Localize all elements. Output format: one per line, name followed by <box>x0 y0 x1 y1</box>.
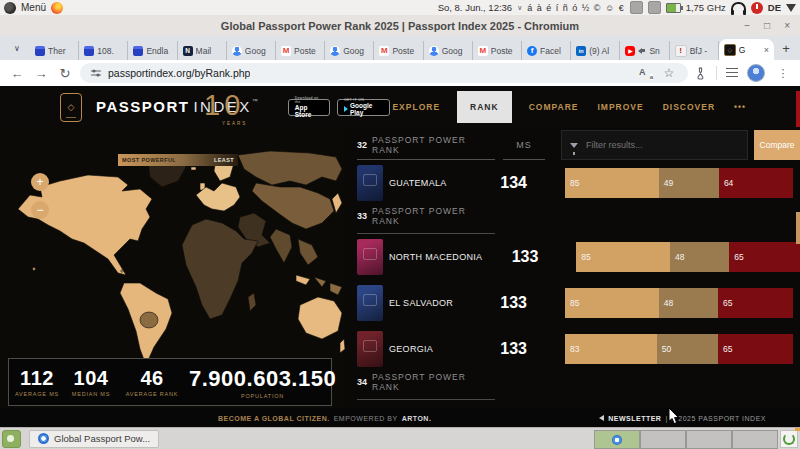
map-indonesia-east[interactable] <box>314 277 326 287</box>
map-zoom-out-button[interactable]: − <box>31 201 49 219</box>
browser-tab[interactable]: in (9) Al <box>571 41 620 60</box>
close-button[interactable]: × <box>784 20 790 31</box>
country-name[interactable]: GEORGIA <box>389 344 471 354</box>
workspace-1[interactable] <box>594 430 640 449</box>
map-indonesia[interactable] <box>296 275 310 285</box>
footer-cta[interactable]: BECOME A GLOBAL CITIZEN. <box>218 415 330 422</box>
power-icon[interactable] <box>751 2 763 14</box>
workspace-2[interactable] <box>640 430 686 449</box>
url-text[interactable]: passportindex.org/byRank.php <box>108 67 250 79</box>
network-icon[interactable] <box>786 4 796 12</box>
back-icon[interactable]: ← <box>8 64 26 82</box>
tray-applet-icon[interactable] <box>648 1 661 14</box>
compare-button[interactable]: Compare <box>754 130 800 160</box>
map-india[interactable] <box>270 229 292 263</box>
app-store-badge-top: Download on the <box>295 96 323 104</box>
headphones-icon[interactable] <box>731 2 746 13</box>
browser-tab[interactable]: f Facel <box>522 41 571 60</box>
filter-box[interactable] <box>561 130 748 160</box>
browser-tab[interactable]: N Mail <box>178 41 227 60</box>
nav-item-compare[interactable]: COMPARE <box>527 93 581 121</box>
workspace-4[interactable] <box>732 430 778 449</box>
map-zoom-in-button[interactable]: + <box>31 173 49 191</box>
show-desktop-button[interactable] <box>2 430 21 448</box>
nav-item-discover[interactable]: DISCOVER <box>661 93 717 121</box>
passport-cover-thumbnail[interactable] <box>357 165 383 201</box>
site-info-icon[interactable] <box>90 67 102 79</box>
map-madagascar[interactable] <box>248 293 256 311</box>
google-play-badge[interactable]: GET IT ON Google Play <box>337 99 391 116</box>
bar-segment: 85 <box>576 242 670 272</box>
translate-icon[interactable]: A <box>639 67 652 79</box>
scrollbar-thumb-red[interactable] <box>796 91 800 127</box>
browser-tab[interactable]: Endla <box>128 41 177 60</box>
map-bolivia[interactable] <box>140 312 158 328</box>
map-hawaii[interactable] <box>33 268 36 271</box>
rank-row[interactable]: NORTH MACEDONIA 133 854865 <box>345 234 800 280</box>
browser-tab[interactable]: Goog <box>325 41 374 60</box>
tab-search-button[interactable]: ∨ <box>6 39 28 57</box>
profile-avatar[interactable] <box>747 64 765 82</box>
maximize-button[interactable]: □ <box>764 20 770 31</box>
bookmark-star-icon[interactable]: ☆ <box>660 64 678 82</box>
browser-tab[interactable]: ! BfJ - <box>670 41 719 60</box>
footer-arton-link[interactable]: ARTON. <box>402 415 432 422</box>
map-caribbean[interactable] <box>121 270 123 272</box>
map-australia[interactable] <box>298 297 342 339</box>
address-bar[interactable]: passportindex.org/byRank.php A ☆ <box>80 63 688 83</box>
system-clock[interactable]: So, 8. Jun., 12:36 <box>438 2 512 13</box>
reading-list-icon[interactable] <box>726 68 738 78</box>
workspace-3[interactable] <box>686 430 732 449</box>
rank-row[interactable]: EL SALVADOR 133 854865 <box>345 280 800 326</box>
passport-cover-thumbnail[interactable] <box>357 331 383 367</box>
map-southeast-asia[interactable] <box>298 239 318 265</box>
system-menu-icon[interactable] <box>4 2 16 14</box>
new-tab-button[interactable]: + <box>776 38 796 58</box>
app-store-badge[interactable]: Download on the App Store <box>288 99 330 116</box>
scrollbar-thumb-tan[interactable] <box>796 212 800 244</box>
tray-app-icon[interactable] <box>780 430 798 448</box>
browser-tab[interactable]: M Poste <box>374 41 423 60</box>
browser-tab[interactable]: Goog <box>227 41 276 60</box>
browser-tab[interactable]: Ther <box>30 41 79 60</box>
filter-input[interactable] <box>584 139 739 151</box>
browser-tab[interactable]: Goog <box>424 41 473 60</box>
browser-tab[interactable]: 108. <box>79 41 128 60</box>
reload-icon[interactable]: ↻ <box>56 64 74 82</box>
country-name[interactable]: GUATEMALA <box>389 178 471 188</box>
passport-cover-thumbnail[interactable] <box>357 285 383 321</box>
country-name[interactable]: NORTH MACEDONIA <box>389 252 482 262</box>
nav-item-more[interactable]: ••• <box>732 93 748 121</box>
country-name[interactable]: EL SALVADOR <box>389 298 471 308</box>
browser-tab[interactable]: ◇ G × <box>719 39 774 60</box>
taskbar-window-item[interactable]: Global Passport Pow... <box>29 430 159 448</box>
browser-menu-icon[interactable]: ⋮ <box>774 64 792 82</box>
tab-close-icon[interactable]: × <box>764 45 769 55</box>
passport-cover-thumbnail[interactable] <box>357 239 383 275</box>
keyboard-layout[interactable]: DE <box>768 2 781 13</box>
tab-audio-icon[interactable] <box>638 47 646 55</box>
rank-row[interactable]: GUATEMALA 134 854964 <box>345 160 800 206</box>
minimize-button[interactable]: − <box>744 20 750 31</box>
map-russia[interactable] <box>238 151 342 185</box>
cpu-frequency[interactable]: 1,75 GHz <box>686 2 726 13</box>
newsletter-link[interactable]: NEWSLETTER <box>608 415 661 422</box>
nav-item-improve[interactable]: IMPROVE <box>595 93 645 121</box>
battery-icon[interactable] <box>666 3 681 13</box>
map-iceland[interactable] <box>191 167 196 170</box>
firefox-icon[interactable] <box>51 2 63 14</box>
experiments-flask-icon[interactable] <box>694 67 707 80</box>
map-new-guinea[interactable] <box>330 283 342 295</box>
browser-tab[interactable]: M Poste <box>473 41 522 60</box>
system-menu-label[interactable]: Menü <box>21 2 46 13</box>
forward-icon[interactable]: → <box>32 64 50 82</box>
browser-tab[interactable]: ▶ Sn <box>620 41 669 60</box>
nav-item-explore[interactable]: EXPLORE <box>390 93 442 121</box>
world-map[interactable] <box>0 146 345 358</box>
nav-item-rank[interactable]: RANK <box>457 91 512 123</box>
rank-row[interactable]: GEORGIA 133 835065 <box>345 326 800 372</box>
tray-applet-icon[interactable] <box>630 1 643 14</box>
passport-index-logo[interactable]: ◇ PASSPORTINDEX™ 10 YEARS <box>60 93 258 122</box>
browser-tab[interactable]: M Poste <box>276 41 325 60</box>
character-palette[interactable]: á à é í ñ ó ½ © ☺ € <box>527 3 624 13</box>
